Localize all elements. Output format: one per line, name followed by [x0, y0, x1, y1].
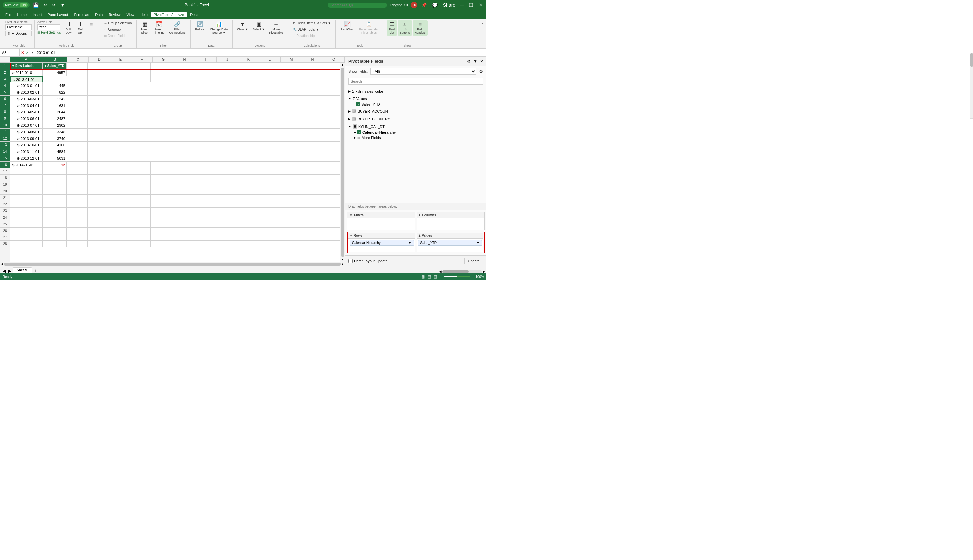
- cell-e1[interactable]: [109, 63, 130, 69]
- cell-a9[interactable]: ⊕ 2013-06-01: [10, 115, 43, 122]
- col-header-n[interactable]: N: [302, 57, 323, 62]
- values-area-content[interactable]: Sales_YTD ▼: [417, 239, 483, 252]
- menu-data[interactable]: Data: [92, 12, 105, 17]
- cell-c4[interactable]: [67, 82, 88, 89]
- autosave-toggle[interactable]: AutoSave ON: [3, 2, 30, 8]
- cell-a5[interactable]: ⊕ 2013-02-01: [10, 89, 43, 96]
- col-header-c[interactable]: C: [67, 57, 89, 62]
- buyer-country-header[interactable]: ▶ ⊞ BUYER_COUNTRY: [348, 116, 483, 122]
- more-fields-item[interactable]: ▶ ⊞ More Fields: [348, 135, 483, 140]
- calendar-hierarchy-chip[interactable]: Calendar-Hierarchy ▼: [350, 240, 414, 246]
- row-num-27[interactable]: 27: [0, 234, 10, 241]
- row-num-28[interactable]: 28: [0, 241, 10, 247]
- cell-g1[interactable]: [151, 63, 172, 69]
- cell-b15[interactable]: 5031: [43, 155, 67, 162]
- row-num-18[interactable]: 18: [0, 175, 10, 182]
- filters-area-content[interactable]: [347, 218, 415, 230]
- scroll-up-button[interactable]: ▲: [341, 63, 345, 67]
- defer-layout-checkbox[interactable]: [348, 259, 353, 263]
- menu-home[interactable]: Home: [15, 12, 29, 17]
- cell-b3[interactable]: [43, 76, 67, 82]
- menu-pivottable-analyze[interactable]: PivotTable Analyze: [151, 12, 187, 17]
- row-num-23[interactable]: 23: [0, 208, 10, 214]
- cell-f3[interactable]: [130, 76, 151, 82]
- cell-n3[interactable]: [298, 76, 319, 82]
- row-num-19[interactable]: 19: [0, 182, 10, 188]
- pivot-panel-settings-icon[interactable]: ⚙: [467, 59, 471, 63]
- zoom-slider[interactable]: [444, 276, 470, 277]
- cell-n2[interactable]: [298, 69, 319, 76]
- cell-g3[interactable]: [151, 76, 172, 82]
- tab-scrollbar[interactable]: [442, 270, 482, 273]
- cell-b11[interactable]: 3348: [43, 128, 67, 135]
- cell-k2[interactable]: [235, 69, 256, 76]
- options-button[interactable]: ⚙ ▼ Options: [5, 31, 32, 36]
- prev-sheet-button[interactable]: ◀: [1, 269, 7, 273]
- zoom-in-button[interactable]: +: [472, 274, 474, 279]
- field-settings-button[interactable]: ▤ Field Settings: [37, 31, 61, 34]
- fields-settings-icon[interactable]: ⚙: [479, 68, 483, 74]
- cell-j2[interactable]: [214, 69, 235, 76]
- clear-button[interactable]: 🗑 Clear ▼: [235, 20, 250, 32]
- cell-reference[interactable]: A3: [0, 49, 20, 57]
- change-data-source-button[interactable]: 📊 Change DataSource ▼: [208, 20, 230, 36]
- expand-field-button[interactable]: ≡: [87, 20, 96, 29]
- scroll-right-tab-icon[interactable]: ▶: [483, 270, 485, 273]
- cell-c1[interactable]: [67, 63, 88, 69]
- cell-a13[interactable]: ⊕ 2013-10-01: [10, 142, 43, 148]
- olap-tools-button[interactable]: 🔧 OLAP Tools ▼: [291, 27, 321, 32]
- menu-design[interactable]: Design: [187, 12, 204, 17]
- confirm-formula-icon[interactable]: ✓: [26, 50, 29, 55]
- col-header-g[interactable]: G: [153, 57, 174, 62]
- row-num-8[interactable]: 8: [0, 109, 10, 115]
- select-button[interactable]: ▣ Select ▼: [251, 20, 267, 32]
- page-break-preview-button[interactable]: ▥: [434, 274, 437, 279]
- row-num-26[interactable]: 26: [0, 228, 10, 234]
- comments-button[interactable]: 💬: [431, 2, 439, 8]
- minimize-button[interactable]: ─: [459, 2, 465, 8]
- drill-up-button[interactable]: ⬆ DrillUp: [76, 20, 86, 36]
- zoom-slider-thumb[interactable]: [444, 276, 457, 277]
- cell-b7[interactable]: 1631: [43, 102, 67, 109]
- row-num-5[interactable]: 5: [0, 89, 10, 96]
- cell-a14[interactable]: ⊕ 2013-11-01: [10, 148, 43, 155]
- columns-area-content[interactable]: [417, 218, 485, 230]
- tab-scroll-thumb[interactable]: [442, 270, 469, 273]
- insert-function-icon[interactable]: fx: [30, 50, 33, 55]
- restore-button[interactable]: ❐: [468, 2, 475, 8]
- scroll-left-tab-icon[interactable]: ◀: [439, 270, 442, 273]
- group-field-button[interactable]: ⊞ Group Field: [102, 33, 127, 38]
- pivot-chart-button[interactable]: 📈 PivotChart: [338, 20, 356, 32]
- col-header-l[interactable]: L: [259, 57, 281, 62]
- add-sheet-button[interactable]: +: [32, 268, 38, 273]
- cell-e2[interactable]: [109, 69, 130, 76]
- cell-h3[interactable]: [172, 76, 193, 82]
- row-num-7[interactable]: 7: [0, 102, 10, 109]
- relationships-button[interactable]: ⬡ Relationships: [291, 33, 318, 38]
- calendar-hierarchy-checkbox[interactable]: [357, 130, 361, 134]
- cell-i2[interactable]: [193, 69, 214, 76]
- undo-button[interactable]: ↩: [42, 2, 48, 8]
- cell-k1[interactable]: [235, 63, 256, 69]
- cell-b8[interactable]: 2044: [43, 109, 67, 115]
- row-num-17[interactable]: 17: [0, 168, 10, 175]
- save-button[interactable]: 💾: [32, 2, 40, 8]
- row-num-16[interactable]: 16: [0, 162, 10, 168]
- cell-c3[interactable]: [67, 76, 88, 82]
- sales-ytd-field-item[interactable]: Sales_YTD: [348, 102, 483, 107]
- cell-m3[interactable]: [277, 76, 298, 82]
- field-list-button[interactable]: ☰ FieldList: [387, 20, 397, 36]
- cell-j3[interactable]: [214, 76, 235, 82]
- recommended-pivottables-button[interactable]: 📋 RecommendedPivotTables: [357, 20, 381, 36]
- menu-review[interactable]: Review: [106, 12, 123, 17]
- cell-a11[interactable]: ⊕ 2013-08-01: [10, 128, 43, 135]
- values-header[interactable]: ▼ Σ Values: [348, 96, 483, 102]
- col-header-m[interactable]: M: [281, 57, 302, 62]
- cell-o2[interactable]: [319, 69, 340, 76]
- col-header-f[interactable]: F: [131, 57, 153, 62]
- cell-m1[interactable]: [277, 63, 298, 69]
- cell-d1[interactable]: [88, 63, 109, 69]
- row-num-22[interactable]: 22: [0, 201, 10, 208]
- cell-h1[interactable]: [172, 63, 193, 69]
- redo-button[interactable]: ↪: [50, 2, 57, 8]
